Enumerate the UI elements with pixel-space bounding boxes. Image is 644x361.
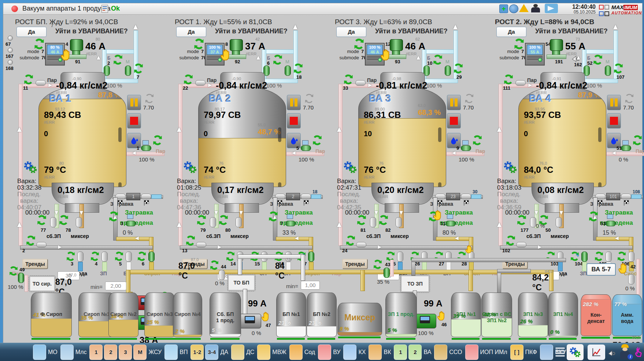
seed-valve-2[interactable] [621,194,631,199]
valve-43[interactable] [384,268,390,278]
taskbar-label-ВА[interactable]: ВА [423,349,431,356]
steam-valve[interactable] [195,80,206,86]
taskbar-label-Млс[interactable]: Млс [75,349,87,356]
sbzp-valve[interactable] [50,217,56,227]
chat-icon[interactable] [509,4,518,13]
pause-button[interactable] [607,95,621,110]
taskbar-label-МО[interactable]: МО [48,349,58,356]
storage-tank[interactable]: 38 % Сироп №2 [108,293,138,337]
valve-49[interactable] [18,273,24,283]
line-valve[interactable] [36,242,47,248]
icon-mls[interactable] [60,345,74,360]
steam-valve[interactable] [515,80,526,86]
heat-exchanger-bp[interactable]: ТО БП [227,274,255,291]
line-valve[interactable] [356,242,366,248]
yes-button[interactable]: Да [496,27,526,37]
taskbar-label-ВУ[interactable]: ВУ [333,349,340,356]
condenser-valve-m[interactable] [605,66,611,76]
settings-gears-icon[interactable] [503,161,518,174]
va-tank[interactable]: ВА 2 80,17 79,97 СВ #ERR 0 76 74 °С #ERR… [198,87,286,187]
icon-mvzh[interactable] [257,345,270,360]
icon-da-12[interactable]: 1-2 [190,345,204,360]
icon-boiler-3[interactable]: 3 [119,345,132,360]
storage-tank[interactable]: 2 % Сироп №4 [173,293,202,337]
taskbar-label-Сод[interactable]: Сод [304,349,315,356]
bottom-valve-zp[interactable]: 15 ϟ [251,249,273,271]
seed-valve-2[interactable] [461,194,471,199]
settings-gears-icon[interactable] [343,161,358,174]
sbzp-valve[interactable] [210,217,216,227]
bottom-valve-syrup[interactable]: 6 ϟ [138,249,160,271]
icon-kx[interactable] [343,345,356,360]
icon-mo[interactable] [33,345,46,360]
icon-vk[interactable] [369,345,382,360]
storage-tank[interactable]: 25 % Сироп №3 [144,293,175,337]
taskbar-label-ДС[interactable]: ДС [246,349,254,356]
heat-exchanger-zp[interactable]: ТО ЗП [400,275,430,293]
menu-lines-icon[interactable] [555,346,565,358]
right-steam-valve[interactable] [301,145,311,151]
yes-button[interactable]: Да [336,27,366,37]
operator-icon[interactable] [530,4,543,13]
icon-boiler-1[interactable]: 1 [89,345,103,360]
sbzp-valve[interactable] [530,217,536,227]
valve-44[interactable] [219,270,225,280]
line-valve[interactable] [196,242,206,248]
condenser-valve-m[interactable] [285,66,291,76]
icon-boiler-2[interactable]: 2 [104,345,117,360]
recirc-valve[interactable] [285,221,296,226]
icon-sod[interactable] [289,345,303,360]
taskbar-label-ВП[interactable]: ВП [179,349,188,356]
telegram-icon[interactable] [545,4,558,13]
recirc-valve[interactable] [606,221,616,226]
icon-da-34[interactable]: 3-4 [205,345,218,360]
min-input-sir[interactable]: 2,00 [105,282,126,290]
storage-tank[interactable]: 282 % Кон- денсат [581,294,611,336]
info-icon[interactable]: i [628,354,633,360]
icon-va-2[interactable]: 2 [408,345,422,360]
pause-button[interactable] [127,95,141,110]
vacuum-pump-motor[interactable] [550,39,566,59]
valve-42[interactable] [628,274,634,284]
storage-tank[interactable]: 41 % Ф Сироп [31,293,72,337]
taskbar-label-ССО[interactable]: ССО [449,349,462,356]
pause-button[interactable] [447,95,461,110]
storage-tank[interactable]: 23 % БП №1 [276,293,306,337]
drive-display[interactable]: 100 %55 А [525,43,545,66]
steam-valve[interactable] [36,80,46,86]
icon-vku[interactable] [540,345,553,360]
icon-pkf[interactable]: [ ] [510,345,523,360]
icon-boiler-m[interactable]: М [133,345,147,360]
mixer-valve[interactable] [76,217,82,227]
mixer-valve[interactable] [396,217,402,227]
right-steam-valve[interactable] [621,145,631,151]
taskbar-label-ПКФ[interactable]: ПКФ [525,349,537,356]
stop-button[interactable] [607,113,621,129]
recirc-valve[interactable] [126,221,136,226]
seed-valve-2[interactable] [301,194,311,199]
heat-exchanger-sir[interactable]: ТО сир. [29,276,55,292]
stop-button[interactable] [447,113,461,129]
icon-ds[interactable] [231,345,244,360]
taskbar-label-ВК[interactable]: ВК [384,349,391,356]
bottom-valve-water[interactable]: 3 ϟ [67,249,89,271]
touch-hand-icon[interactable] [633,346,644,358]
taskbar-label-ДА[interactable]: ДА [220,349,228,356]
storage-tank[interactable]: 42 % Сироп с ВС ЗП1 №2 [481,293,512,337]
storage-tank[interactable]: 5 % Сб. БП 1 прод. [210,293,241,337]
line-valve[interactable] [516,242,526,248]
storage-tank[interactable]: 0 % ЗП1 №4 [548,293,578,337]
engineer-icon[interactable]: i [618,344,632,360]
icon-vp[interactable] [164,345,178,360]
taskbar-label-КХ[interactable]: КХ [358,349,366,356]
report-icon[interactable] [101,5,108,13]
mixer-valve[interactable] [236,217,242,227]
settings-gears-icon[interactable] [183,161,197,174]
bottom-valve-bp[interactable]: 5 ϟ [115,249,137,271]
stop-button[interactable] [127,113,141,129]
right-steam-valve[interactable] [461,145,471,151]
recirc-valve[interactable] [445,221,456,226]
bottom-valve-zp[interactable]: 4 ϟ [91,249,113,271]
storage-tank[interactable]: 39 % ЗП1 №1 [451,293,481,337]
alarm-warning-icon[interactable] [519,4,529,12]
